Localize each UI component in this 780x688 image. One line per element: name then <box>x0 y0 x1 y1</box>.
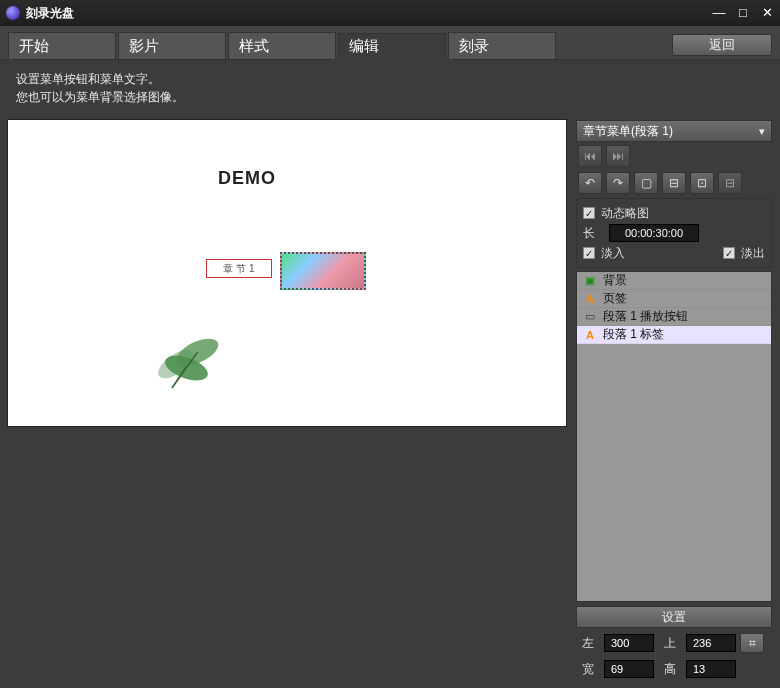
settings-button[interactable]: 设置 <box>576 606 772 628</box>
frame3-button[interactable]: ⊡ <box>690 172 714 194</box>
redo-button[interactable]: ↷ <box>606 172 630 194</box>
right-panel: 章节菜单(段落 1) ▾ ⏮ ⏭ ↶ ↷ ▢ ⊟ ⊡ ⊟ ✓ 动态略图 长 00… <box>576 120 772 680</box>
top-value[interactable]: 236 <box>686 634 736 652</box>
duration-field[interactable]: 00:00:30:00 <box>609 224 699 242</box>
frame1-button[interactable]: ▢ <box>634 172 658 194</box>
layer-play-button[interactable]: ▭ 段落 1 播放按钮 <box>577 308 771 326</box>
chapter-label[interactable]: 章 节 1 <box>206 259 272 278</box>
text-icon: A <box>583 328 597 342</box>
position-panel: 左 300 上 236 ⌗ 宽 69 高 13 <box>576 632 772 680</box>
tab-style[interactable]: 样式 <box>228 32 336 59</box>
width-value[interactable]: 69 <box>604 660 654 678</box>
close-button[interactable]: ✕ <box>760 6 774 20</box>
image-icon: ▣ <box>583 274 597 288</box>
button-icon: ▭ <box>583 310 597 324</box>
height-label: 高 <box>658 661 682 678</box>
frame2-button[interactable]: ⊟ <box>662 172 686 194</box>
left-value[interactable]: 300 <box>604 634 654 652</box>
leaf-graphic <box>143 320 233 400</box>
layer-chapter-label[interactable]: A 段落 1 标签 <box>577 326 771 344</box>
layer-pagetab[interactable]: A 页签 <box>577 290 771 308</box>
layers-list: ▣ 背景 A 页签 ▭ 段落 1 播放按钮 A 段落 1 标签 <box>576 271 772 602</box>
prev-button[interactable]: ⏮ <box>578 145 602 167</box>
grid-toggle-button[interactable]: ⌗ <box>740 633 764 653</box>
fade-in-label: 淡入 <box>601 245 625 262</box>
height-value[interactable]: 13 <box>686 660 736 678</box>
fade-out-checkbox[interactable]: ✓ <box>723 247 735 259</box>
window-title: 刻录光盘 <box>26 5 74 22</box>
app-icon <box>6 6 20 20</box>
fade-out-label: 淡出 <box>741 245 765 262</box>
dynamic-thumb-label: 动态略图 <box>601 205 649 222</box>
undo-button[interactable]: ↶ <box>578 172 602 194</box>
chapter-thumbnail[interactable] <box>280 252 366 290</box>
minimize-button[interactable]: — <box>712 6 726 20</box>
main-area: DEMO 章 节 1 章节菜单(段落 1) ▾ ⏮ ⏭ ↶ ↷ <box>0 112 780 688</box>
menu-dropdown[interactable]: 章节菜单(段落 1) ▾ <box>576 120 772 142</box>
tab-bar: 开始 影片 样式 编辑 刻录 返回 <box>0 26 780 60</box>
tab-start[interactable]: 开始 <box>8 32 116 59</box>
width-label: 宽 <box>576 661 600 678</box>
maximize-button[interactable]: □ <box>736 6 750 20</box>
dynamic-thumb-checkbox[interactable]: ✓ <box>583 207 595 219</box>
help-text: 设置菜单按钮和菜单文字。 您也可以为菜单背景选择图像。 <box>0 60 780 112</box>
nav-buttons: ⏮ ⏭ <box>576 142 772 170</box>
canvas-area[interactable]: DEMO 章 节 1 <box>8 120 570 680</box>
menu-canvas[interactable]: DEMO 章 节 1 <box>8 120 566 426</box>
left-label: 左 <box>576 635 600 652</box>
fade-in-checkbox[interactable]: ✓ <box>583 247 595 259</box>
back-button[interactable]: 返回 <box>672 34 772 56</box>
tab-burn[interactable]: 刻录 <box>448 32 556 59</box>
next-button[interactable]: ⏭ <box>606 145 630 167</box>
tool-row: ↶ ↷ ▢ ⊟ ⊡ ⊟ <box>576 170 772 198</box>
chevron-down-icon: ▾ <box>759 125 765 138</box>
length-label: 长 <box>583 225 595 242</box>
title-bar: 刻录光盘 — □ ✕ <box>0 0 780 26</box>
frame4-button[interactable]: ⊟ <box>718 172 742 194</box>
tab-movie[interactable]: 影片 <box>118 32 226 59</box>
top-label: 上 <box>658 635 682 652</box>
text-icon: A <box>583 292 597 306</box>
tab-edit[interactable]: 编辑 <box>338 33 446 60</box>
layer-background[interactable]: ▣ 背景 <box>577 272 771 290</box>
thumbnail-panel: ✓ 动态略图 长 00:00:30:00 ✓ 淡入 ✓ 淡出 <box>576 198 772 268</box>
demo-watermark: DEMO <box>218 168 276 189</box>
